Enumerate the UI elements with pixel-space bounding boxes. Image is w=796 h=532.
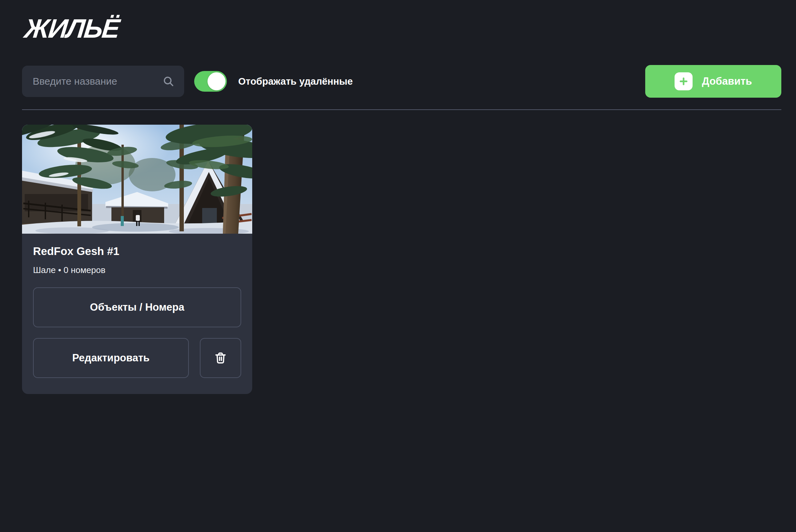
add-button-label: Добавить <box>702 75 752 87</box>
search-icon <box>162 75 175 88</box>
property-title: RedFox Gesh #1 <box>33 245 241 258</box>
toolbar: Отображать удалённые Добавить <box>22 65 781 97</box>
card-body: RedFox Gesh #1 Шале • 0 номеров Объекты … <box>22 234 252 394</box>
cards-grid: RedFox Gesh #1 Шале • 0 номеров Объекты … <box>22 125 781 394</box>
show-deleted-toggle[interactable] <box>194 71 227 92</box>
plus-icon <box>674 72 692 90</box>
page: ЖИЛЬЁ Отображать удалённые Добавить <box>0 0 796 532</box>
search-box <box>22 66 184 97</box>
property-card: RedFox Gesh #1 Шале • 0 номеров Объекты … <box>22 125 252 394</box>
trash-icon <box>213 350 228 366</box>
edit-button[interactable]: Редактировать <box>33 338 189 378</box>
add-button[interactable]: Добавить <box>645 65 781 98</box>
objects-rooms-button[interactable]: Объекты / Номера <box>33 287 241 327</box>
search-input[interactable] <box>22 66 184 97</box>
property-photo <box>22 125 252 234</box>
delete-button[interactable] <box>200 338 241 378</box>
show-deleted-label: Отображать удалённые <box>238 76 352 87</box>
app-logo: ЖИЛЬЁ <box>23 15 120 42</box>
property-subtitle: Шале • 0 номеров <box>33 265 241 276</box>
divider <box>22 109 781 110</box>
card-actions: Редактировать <box>33 338 241 378</box>
toggle-knob <box>207 72 225 90</box>
